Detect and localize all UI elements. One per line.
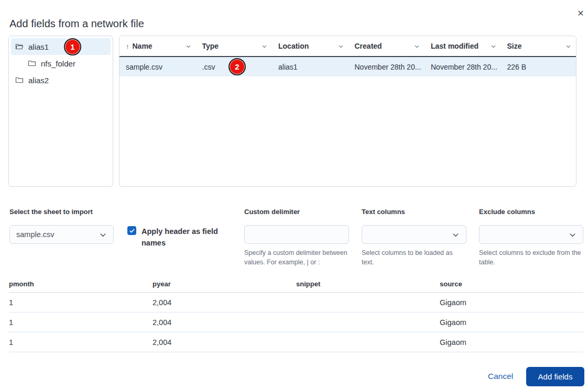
preview-cell: Gigaom [440, 318, 583, 327]
exclude-columns-select[interactable] [479, 225, 583, 244]
chevron-down-icon[interactable] [338, 43, 344, 49]
column-header-location[interactable]: Location [272, 42, 349, 50]
dialog-title: Add fields from a network file [9, 18, 144, 30]
cancel-button[interactable]: Cancel [485, 371, 516, 382]
tree-item-alias2[interactable]: alias2 [11, 72, 111, 88]
folder-icon [28, 59, 36, 68]
custom-delimiter-label: Custom delimiter [244, 208, 349, 216]
folder-icon [15, 76, 24, 84]
column-header-name[interactable]: ↑ Name [119, 42, 196, 50]
apply-header-checkbox[interactable] [127, 226, 136, 235]
column-header-last-modified[interactable]: Last modified [424, 42, 501, 50]
chevron-down-icon[interactable] [565, 43, 571, 49]
preview-column-source: source [440, 280, 583, 288]
preview-column-pyear: pyear [153, 280, 296, 288]
cell-size: 226 B [501, 63, 576, 71]
chevron-down-icon[interactable] [186, 43, 191, 49]
cell-created: November 28th 20... [349, 63, 425, 71]
folder-open-icon [15, 42, 24, 51]
tree-item-label: nfs_folder [41, 59, 75, 68]
preview-cell: 2,004 [153, 338, 296, 347]
chevron-down-icon[interactable] [262, 43, 267, 49]
custom-delimiter-group: Custom delimiter Specify a custom delimi… [244, 208, 349, 267]
cell-location: alias1 [272, 63, 349, 71]
preview-cell: Gigaom [440, 298, 583, 307]
close-icon[interactable]: ✕ [573, 6, 588, 21]
apply-header-label[interactable]: Apply header as field names [141, 226, 228, 249]
preview-cell: 1 [9, 318, 153, 327]
sheet-select-value: sample.csv [16, 230, 55, 239]
exclude-columns-label: Exclude columns [479, 208, 583, 216]
cell-name: sample.csv [119, 63, 196, 71]
custom-delimiter-input[interactable] [244, 225, 349, 244]
chevron-down-icon [569, 231, 576, 239]
tree-item-alias1[interactable]: alias1 [11, 38, 111, 55]
chevron-down-icon [99, 231, 107, 239]
text-columns-help: Select columns to be loaded as text. [362, 248, 466, 267]
cell-last-modified: November 28th 20... [424, 63, 501, 71]
preview-table: pmonth pyear snippet source 1 2,004 Giga… [9, 276, 583, 352]
exclude-columns-group: Exclude columns Select columns to exclud… [479, 208, 583, 267]
preview-cell: 2,004 [153, 318, 296, 327]
column-header-size[interactable]: Size [501, 42, 576, 50]
preview-table-header: pmonth pyear snippet source [9, 276, 583, 293]
annotation-badge-1: 1 [64, 38, 81, 55]
preview-row: 1 2,004 Gigaom [9, 293, 583, 312]
annotation-badge-2: 2 [228, 58, 246, 75]
add-fields-button[interactable]: Add fields [526, 367, 584, 386]
chevron-down-icon[interactable] [491, 43, 496, 49]
preview-column-snippet: snippet [296, 280, 440, 288]
column-header-created[interactable]: Created [349, 42, 425, 50]
apply-header-group: Apply header as field names [127, 226, 228, 249]
preview-cell: 1 [9, 298, 153, 307]
preview-column-pmonth: pmonth [9, 280, 153, 288]
sheet-select[interactable]: sample.csv [9, 225, 114, 244]
preview-cell: 2,004 [153, 298, 296, 307]
sheet-select-group: Select the sheet to import sample.csv [9, 208, 114, 244]
sheet-select-label: Select the sheet to import [9, 208, 114, 216]
sort-ascending-icon: ↑ [126, 42, 129, 50]
preview-cell: 1 [9, 338, 153, 347]
preview-row: 1 2,004 Gigaom [9, 332, 583, 352]
tree-item-label: alias2 [28, 76, 49, 85]
exclude-columns-help: Select columns to exclude from the table… [479, 248, 583, 267]
tree-item-label: alias1 [28, 42, 49, 51]
preview-cell: Gigaom [440, 338, 583, 347]
text-columns-label: Text columns [362, 208, 466, 216]
tree-item-nfs-folder[interactable]: nfs_folder [11, 55, 111, 72]
folder-tree: alias1 nfs_folder alias2 [8, 36, 113, 187]
text-columns-group: Text columns Select columns to be loaded… [362, 208, 466, 267]
chevron-down-icon [452, 231, 460, 239]
text-columns-select[interactable] [362, 225, 466, 244]
preview-row: 1 2,004 Gigaom [9, 312, 583, 332]
column-header-type[interactable]: Type [196, 42, 273, 50]
file-table: ↑ Name Type Location Created Last modifi… [119, 36, 576, 187]
chevron-down-icon[interactable] [414, 43, 420, 49]
file-row-sample-csv[interactable]: sample.csv .csv alias1 November 28th 20.… [119, 57, 576, 76]
custom-delimiter-help: Specify a custom delimiter between value… [244, 248, 349, 267]
file-table-header: ↑ Name Type Location Created Last modifi… [119, 36, 576, 57]
